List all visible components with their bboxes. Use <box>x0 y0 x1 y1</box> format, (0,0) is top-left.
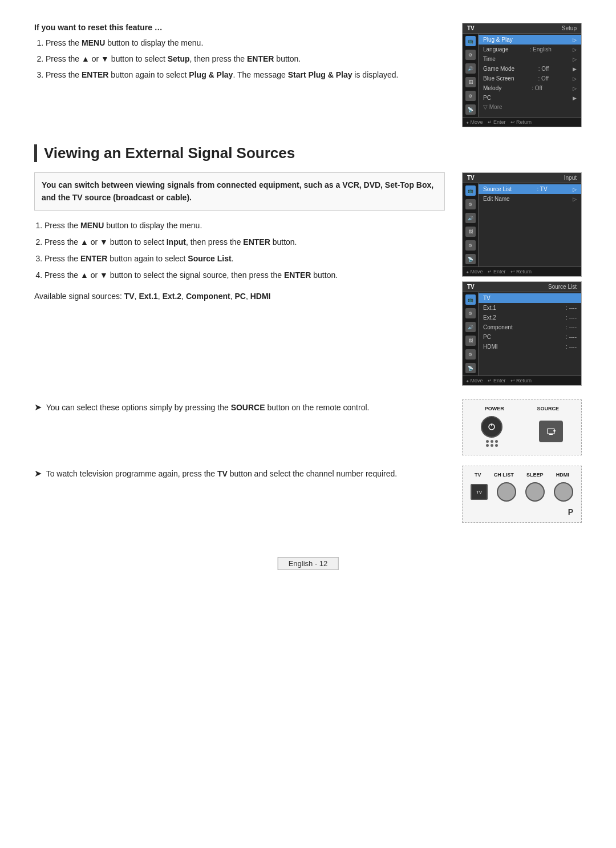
main-text: You can switch between viewing signals f… <box>34 172 445 386</box>
input-item-arrow-2: ▷ <box>573 196 577 202</box>
sl-item-value-6: : ---- <box>566 344 577 350</box>
setup-menu-icons: 📺 ⚙ 🔊 🖼 ⚙ 📡 <box>463 34 479 117</box>
reset-steps: Press the MENU button to display the men… <box>46 37 445 82</box>
main-step-1: Press the MENU button to display the men… <box>44 219 445 233</box>
hdmi-button[interactable] <box>554 482 573 502</box>
source-label: SOURCE <box>537 406 560 411</box>
menu-icon-4: 🖼 <box>465 77 476 87</box>
if-reset-label: If you want to reset this feature … <box>34 23 445 32</box>
setup-item-arrow-2: ▷ <box>573 47 577 53</box>
sleep-label: SLEEP <box>526 472 544 478</box>
power-dots <box>486 440 498 447</box>
top-text: If you want to reset this feature … Pres… <box>34 23 445 127</box>
top-section: If you want to reset this feature … Pres… <box>34 23 582 127</box>
power-button[interactable] <box>481 416 502 438</box>
footer-move: ⬥ Move <box>466 119 483 125</box>
setup-menu-body: 📺 ⚙ 🔊 🖼 ⚙ 📡 Plug & Play ▷ Language : Eng… <box>463 34 581 117</box>
setup-menu-items: Plug & Play ▷ Language : English ▷ Time … <box>479 34 581 117</box>
sleep-button[interactable] <box>525 482 545 502</box>
footer-enter: ↵ Enter <box>488 119 506 125</box>
sl-item-label-4: Component <box>483 324 513 330</box>
setup-item-value-6: : Off <box>532 85 542 91</box>
setup-menu: TV Setup 📺 ⚙ 🔊 🖼 ⚙ 📡 Plug & Play ▷ Langu… <box>462 23 582 127</box>
setup-item-time: Time ▷ <box>479 54 581 64</box>
main-steps-list: Press the MENU button to display the men… <box>44 219 445 283</box>
source-list-menu: TV Source List 📺 ⚙ 🔊 🖼 ⚙ 📡 TV <box>462 281 582 386</box>
chlist-label: CH LIST <box>494 472 514 478</box>
page-footer: English - 12 <box>278 557 339 570</box>
sl-item-component: Component : ---- <box>479 322 581 332</box>
setup-item-plug-play: Plug & Play ▷ <box>479 35 581 45</box>
input-footer-enter: ↵ Enter <box>488 269 506 274</box>
source-area <box>539 421 563 442</box>
setup-item-pc: PC ▶ <box>479 93 581 103</box>
remote-bottom-buttons: TV <box>468 480 576 504</box>
input-menu: TV Input 📺 ⚙ 🔊 🖼 ⚙ 📡 Source List : TV ▷ <box>462 172 582 277</box>
setup-menu-more: ▽ More <box>479 103 581 111</box>
note-text-2: ➤ To watch television programme again, p… <box>34 466 445 481</box>
setup-item-arrow-7: ▶ <box>573 95 577 101</box>
sl-item-hdmi: HDMI : ---- <box>479 342 581 352</box>
input-item-label-1: Source List <box>483 186 512 192</box>
setup-menu-tv-label: TV <box>467 25 475 31</box>
sl-item-label-6: HDMI <box>483 344 498 350</box>
remote-image-1: POWER SOURCE <box>462 399 582 455</box>
remote-top-labels: POWER SOURCE <box>468 406 576 411</box>
input-menu-body: 📺 ⚙ 🔊 🖼 ⚙ 📡 Source List : TV ▷ Edit Name <box>463 183 581 266</box>
input-menu-icons: 📺 ⚙ 🔊 🖼 ⚙ 📡 <box>463 183 479 266</box>
svg-rect-3 <box>549 434 553 435</box>
p-label-area: P <box>468 507 576 516</box>
right-menus: TV Input 📺 ⚙ 🔊 🖼 ⚙ 📡 Source List : TV ▷ <box>462 172 582 386</box>
tv-btn-label: TV <box>475 472 481 478</box>
sl-item-ext2: Ext.2 : ---- <box>479 313 581 322</box>
p-label: P <box>568 507 573 516</box>
main-step-3: Press the ENTER button again to select S… <box>44 252 445 266</box>
setup-item-label-1: Plug & Play <box>483 37 513 43</box>
sl-item-label-3: Ext.2 <box>483 314 496 321</box>
note2-arrow-marker: ➤ <box>34 469 42 478</box>
sl-item-label-5: PC <box>483 334 491 340</box>
setup-item-label-6: Melody <box>483 85 501 91</box>
source-list-icons: 📺 ⚙ 🔊 🖼 ⚙ 📡 <box>463 292 479 375</box>
sl-item-pc: PC : ---- <box>479 332 581 342</box>
power-area <box>481 416 502 447</box>
setup-item-arrow-6: ▷ <box>573 86 577 91</box>
input-footer-return: ↩ Return <box>510 269 532 274</box>
sl-item-value-2: : ---- <box>566 305 577 311</box>
note-section-1: ➤ You can select these options simply by… <box>34 399 582 455</box>
menu-icon-6: 📡 <box>465 104 476 115</box>
sl-item-ext1: Ext.1 : ---- <box>479 303 581 313</box>
sl-item-value-5: : ---- <box>566 334 577 340</box>
setup-item-arrow-5: ▷ <box>573 76 577 82</box>
source-button[interactable] <box>539 421 563 442</box>
reset-step-1: Press the MENU button to display the men… <box>46 37 445 50</box>
setup-menu-title-bar: TV Setup <box>463 23 581 34</box>
setup-item-label-5: Blue Screen <box>483 75 514 82</box>
remote-image-2: TV CH LIST SLEEP HDMI TV P <box>462 466 582 523</box>
input-menu-title-bar: TV Input <box>463 173 581 183</box>
input-icon-4: 🖼 <box>465 227 476 237</box>
setup-item-melody: Melody : Off ▷ <box>479 83 581 93</box>
source-list-menu-body: 📺 ⚙ 🔊 🖼 ⚙ 📡 TV Ext.1 : ---- <box>463 292 581 375</box>
remote-bottom-labels: TV CH LIST SLEEP HDMI <box>468 472 576 478</box>
sl-icon-4: 🖼 <box>465 336 476 346</box>
sl-icon-2: ⚙ <box>465 308 476 318</box>
setup-item-arrow-1: ▷ <box>573 37 577 43</box>
setup-item-arrow-3: ▷ <box>573 56 577 62</box>
sl-item-label-2: Ext.1 <box>483 305 496 311</box>
main-step-2: Press the ▲ or ▼ button to select Input,… <box>44 235 445 249</box>
available-sources: Available signal sources: TV, Ext.1, Ext… <box>34 290 445 302</box>
setup-item-arrow-4: ▶ <box>573 66 577 72</box>
tv-button[interactable]: TV <box>471 484 488 500</box>
main-section: You can switch between viewing signals f… <box>34 172 582 386</box>
sl-item-label-1: TV <box>483 295 491 301</box>
hdmi-btn-label: HDMI <box>556 472 569 478</box>
setup-item-label-3: Time <box>483 56 496 62</box>
note-section-2: ➤ To watch television programme again, p… <box>34 466 582 523</box>
note-text-1: ➤ You can select these options simply by… <box>34 399 445 415</box>
input-footer-move: ⬥ Move <box>466 269 483 274</box>
chlist-button[interactable] <box>497 482 516 502</box>
main-step-4: Press the ▲ or ▼ button to select the si… <box>44 268 445 282</box>
reset-step-3: Press the ENTER button again to select P… <box>46 68 445 82</box>
menu-icon-1: 📺 <box>465 36 476 46</box>
